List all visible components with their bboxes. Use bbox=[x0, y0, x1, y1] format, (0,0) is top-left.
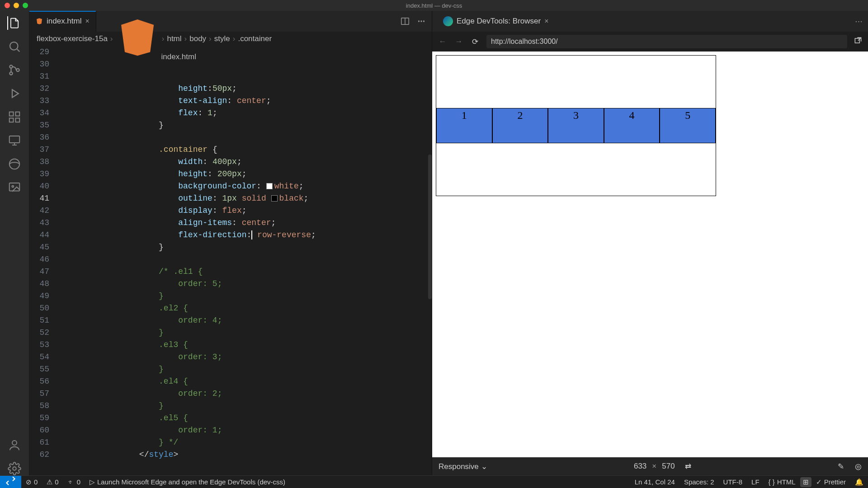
breadcrumb-item[interactable]: .container bbox=[238, 34, 272, 43]
status-bell-icon[interactable]: 🔔 bbox=[850, 478, 868, 486]
editor-area: index.html × flexbox-exercise-15a› index… bbox=[29, 11, 432, 475]
svg-rect-4 bbox=[9, 112, 14, 116]
status-cursor[interactable]: Ln 41, Col 24 bbox=[630, 478, 679, 486]
status-copilot-icon[interactable]: ⊞ bbox=[800, 477, 811, 487]
search-icon[interactable] bbox=[8, 40, 21, 53]
tab-close-icon[interactable]: × bbox=[85, 17, 89, 25]
svg-rect-18 bbox=[855, 38, 859, 43]
svg-rect-6 bbox=[9, 118, 14, 122]
nav-forward-icon[interactable]: → bbox=[454, 37, 464, 47]
devtools-panel: Edge DevTools: Browser × ⋯ ← → ⟳ http://… bbox=[432, 11, 868, 475]
popout-icon[interactable] bbox=[854, 36, 863, 47]
activity-bar bbox=[0, 11, 29, 475]
remote-indicator[interactable] bbox=[0, 476, 21, 488]
inspect-icon[interactable]: ✎ bbox=[838, 462, 844, 471]
svg-point-3 bbox=[16, 69, 19, 71]
preview-box: 2 bbox=[492, 108, 548, 143]
target-icon[interactable]: ◎ bbox=[855, 462, 862, 471]
breadcrumb[interactable]: flexbox-exercise-15a› index.html›html›bo… bbox=[29, 32, 432, 46]
rotate-icon[interactable]: ⇄ bbox=[685, 462, 691, 471]
edge-tools-icon[interactable] bbox=[8, 157, 21, 171]
preview-box: 3 bbox=[548, 108, 604, 143]
devtools-tabs: Edge DevTools: Browser × ⋯ bbox=[432, 11, 868, 32]
nav-reload-icon[interactable]: ⟳ bbox=[470, 37, 480, 47]
explorer-icon[interactable] bbox=[7, 16, 21, 30]
svg-point-12 bbox=[12, 441, 17, 445]
devtools-browser-tab[interactable]: Edge DevTools: Browser × bbox=[438, 11, 554, 32]
viewport-width[interactable]: 633 bbox=[634, 462, 646, 471]
run-debug-icon[interactable] bbox=[8, 87, 21, 100]
code-content[interactable]: height:50px; text-align: center; flex: 1… bbox=[56, 46, 432, 475]
browser-nav-bar: ← → ⟳ http://localhost:3000/ bbox=[432, 32, 868, 52]
status-errors[interactable]: ⊘ 0 bbox=[21, 478, 42, 486]
window-controls bbox=[5, 3, 28, 8]
status-prettier[interactable]: ✓ Prettier bbox=[811, 478, 850, 486]
tab-index-html[interactable]: index.html × bbox=[29, 11, 96, 32]
preview-container: 12345 bbox=[436, 55, 716, 196]
edge-icon bbox=[443, 16, 453, 26]
nav-back-icon[interactable]: ← bbox=[438, 37, 448, 47]
svg-point-9 bbox=[9, 159, 20, 169]
more-actions-icon[interactable] bbox=[416, 16, 426, 26]
svg-rect-7 bbox=[16, 118, 20, 122]
status-spaces[interactable]: Spaces: 2 bbox=[679, 478, 719, 486]
status-eol[interactable]: LF bbox=[747, 478, 764, 486]
svg-point-2 bbox=[9, 72, 12, 75]
svg-point-15 bbox=[418, 20, 420, 22]
editor-tabs: index.html × bbox=[29, 11, 432, 32]
minimize-window-button[interactable] bbox=[14, 3, 19, 8]
breadcrumb-item[interactable]: body bbox=[189, 34, 206, 43]
breadcrumb-item[interactable]: html bbox=[167, 34, 181, 43]
svg-point-11 bbox=[12, 186, 14, 188]
status-lang[interactable]: { } HTML bbox=[764, 478, 800, 486]
tab-label: index.html bbox=[47, 17, 81, 26]
preview-box: 4 bbox=[604, 108, 660, 143]
devtools-bottom-bar: Responsive ⌄ 633 × 570 ⇄ ✎ ◎ bbox=[432, 457, 868, 475]
zoom-window-button[interactable] bbox=[23, 3, 28, 8]
svg-point-13 bbox=[13, 467, 16, 470]
extensions-icon[interactable] bbox=[8, 110, 21, 124]
breadcrumb-item[interactable]: style bbox=[214, 34, 230, 43]
split-editor-icon[interactable] bbox=[400, 16, 410, 26]
devtools-tab-label: Edge DevTools: Browser bbox=[457, 17, 541, 26]
scrollbar-thumb[interactable] bbox=[428, 155, 432, 299]
svg-point-1 bbox=[9, 65, 12, 68]
html-file-icon bbox=[36, 18, 43, 25]
close-window-button[interactable] bbox=[5, 3, 10, 8]
viewport-height[interactable]: 570 bbox=[662, 462, 675, 471]
source-control-icon[interactable] bbox=[8, 63, 21, 77]
svg-point-17 bbox=[423, 20, 425, 22]
statusbar: ⊘ 0 ⚠ 0 ᯤ 0 ▷ Launch Microsoft Edge and … bbox=[0, 475, 868, 488]
viewport-sep: × bbox=[652, 462, 656, 471]
accounts-icon[interactable] bbox=[8, 438, 21, 452]
status-warnings[interactable]: ⚠ 0 bbox=[42, 478, 63, 486]
titlebar: index.html — dev-css bbox=[0, 0, 868, 11]
breadcrumb-item[interactable]: flexbox-exercise-15a bbox=[37, 34, 108, 43]
status-encoding[interactable]: UTF-8 bbox=[719, 478, 747, 486]
viewport-mode[interactable]: Responsive ⌄ bbox=[439, 462, 487, 471]
line-gutter: 2930313233343536373839404142434445464748… bbox=[29, 46, 56, 475]
preview-box: 5 bbox=[660, 108, 716, 143]
svg-rect-8 bbox=[9, 136, 20, 143]
launch-edge-hint[interactable]: ▷ Launch Microsoft Edge and open the Edg… bbox=[85, 478, 290, 486]
window-title: index.html — dev-css bbox=[406, 2, 462, 9]
preview-pane: 12345 bbox=[432, 52, 868, 457]
url-input[interactable]: http://localhost:3000/ bbox=[486, 35, 847, 48]
image-icon[interactable] bbox=[8, 181, 21, 194]
devtools-tab-close-icon[interactable]: × bbox=[544, 17, 548, 25]
settings-gear-icon[interactable] bbox=[8, 462, 21, 475]
preview-box: 1 bbox=[436, 108, 492, 143]
status-port[interactable]: ᯤ 0 bbox=[63, 478, 85, 486]
svg-point-16 bbox=[420, 20, 422, 22]
code-editor[interactable]: 2930313233343536373839404142434445464748… bbox=[29, 46, 432, 475]
remote-explorer-icon[interactable] bbox=[8, 134, 21, 147]
devtools-more-icon[interactable]: ⋯ bbox=[855, 17, 863, 26]
svg-point-0 bbox=[10, 42, 18, 50]
svg-rect-5 bbox=[16, 112, 20, 116]
